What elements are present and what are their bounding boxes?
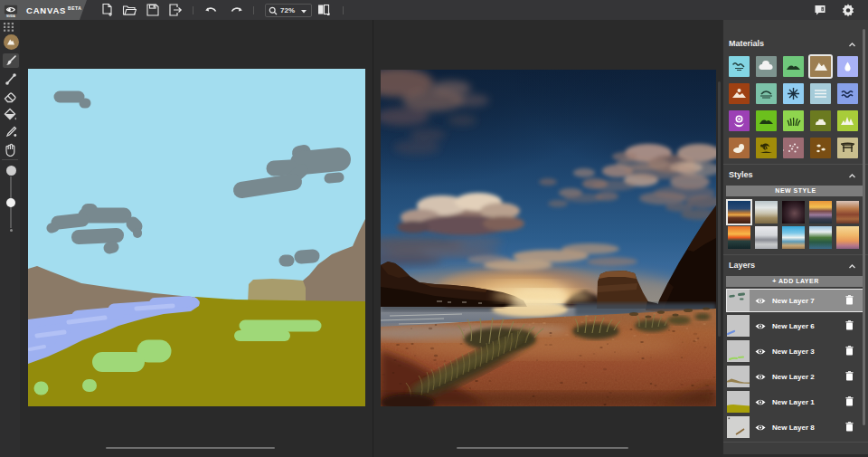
svg-text:NVIDIA: NVIDIA	[6, 14, 15, 18]
